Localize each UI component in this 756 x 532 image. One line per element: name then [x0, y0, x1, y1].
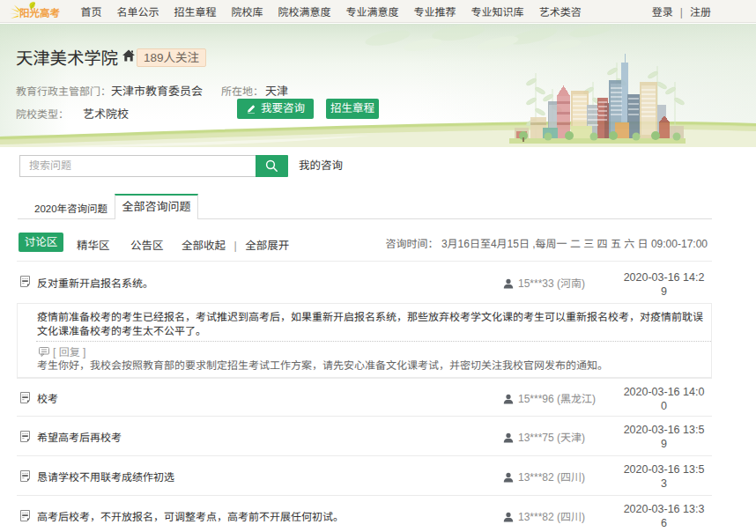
svg-text:阳光高考: 阳光高考 — [19, 8, 60, 18]
